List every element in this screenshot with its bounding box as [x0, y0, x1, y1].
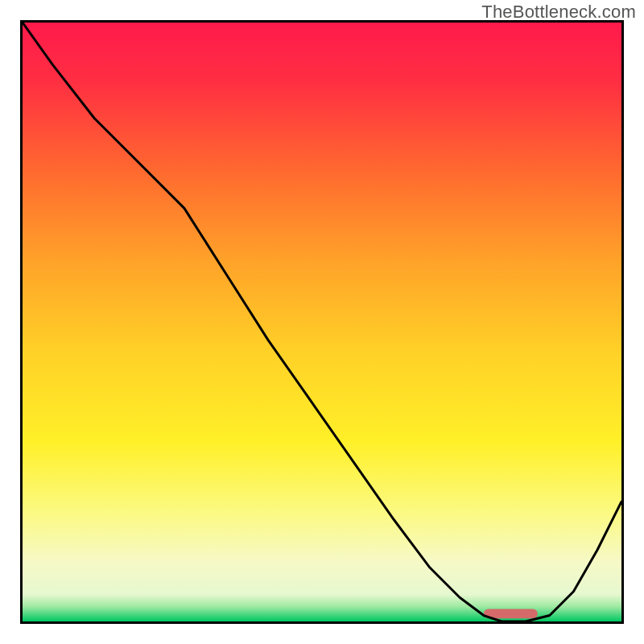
chart-svg [23, 23, 621, 621]
gradient-background [23, 23, 621, 621]
chart-frame: TheBottleneck.com [0, 0, 644, 644]
plot-area [20, 20, 624, 624]
